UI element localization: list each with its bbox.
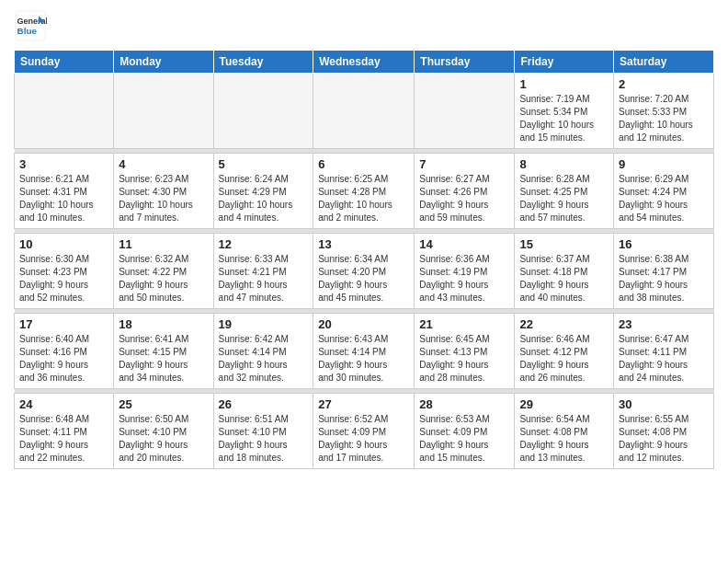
weekday-header-row: SundayMondayTuesdayWednesdayThursdayFrid… (15, 51, 714, 74)
weekday-header-thursday: Thursday (415, 51, 515, 74)
day-number: 20 (318, 317, 409, 331)
calendar-cell: 23Sunrise: 6:47 AM Sunset: 4:11 PM Dayli… (614, 314, 714, 389)
day-info: Sunrise: 6:33 AM Sunset: 4:21 PM Dayligh… (219, 253, 309, 304)
calendar-cell: 25Sunrise: 6:50 AM Sunset: 4:10 PM Dayli… (114, 394, 213, 469)
day-info: Sunrise: 6:27 AM Sunset: 4:26 PM Dayligh… (419, 173, 509, 224)
day-number: 23 (619, 317, 709, 331)
calendar-cell: 21Sunrise: 6:45 AM Sunset: 4:13 PM Dayli… (415, 314, 515, 389)
calendar-cell: 1Sunrise: 7:19 AM Sunset: 5:34 PM Daylig… (515, 74, 614, 149)
logo: General Blue (14, 9, 51, 42)
day-info: Sunrise: 6:50 AM Sunset: 4:10 PM Dayligh… (119, 413, 208, 465)
day-info: Sunrise: 7:19 AM Sunset: 5:34 PM Dayligh… (519, 93, 609, 144)
day-number: 27 (318, 397, 409, 411)
logo-icon: General Blue (14, 9, 47, 42)
calendar-cell: 29Sunrise: 6:54 AM Sunset: 4:08 PM Dayli… (515, 394, 614, 469)
calendar-cell: 11Sunrise: 6:32 AM Sunset: 4:22 PM Dayli… (114, 234, 213, 309)
day-info: Sunrise: 6:30 AM Sunset: 4:23 PM Dayligh… (19, 253, 108, 304)
day-number: 25 (119, 397, 208, 411)
day-number: 11 (119, 237, 208, 251)
calendar-cell: 10Sunrise: 6:30 AM Sunset: 4:23 PM Dayli… (15, 234, 114, 309)
day-number: 6 (318, 157, 409, 171)
day-number: 13 (318, 237, 409, 251)
calendar-week-4: 24Sunrise: 6:48 AM Sunset: 4:11 PM Dayli… (15, 394, 714, 469)
day-number: 21 (419, 317, 509, 331)
calendar-cell (415, 74, 515, 149)
day-number: 8 (519, 157, 609, 171)
day-number: 4 (119, 157, 208, 171)
day-number: 15 (519, 237, 609, 251)
calendar-cell: 20Sunrise: 6:43 AM Sunset: 4:14 PM Dayli… (313, 314, 415, 389)
day-number: 19 (219, 317, 309, 331)
day-info: Sunrise: 6:55 AM Sunset: 4:08 PM Dayligh… (619, 413, 709, 465)
day-info: Sunrise: 6:53 AM Sunset: 4:09 PM Dayligh… (419, 413, 509, 465)
calendar-cell: 8Sunrise: 6:28 AM Sunset: 4:25 PM Daylig… (515, 154, 614, 229)
day-number: 30 (619, 397, 709, 411)
weekday-header-sunday: Sunday (15, 51, 114, 74)
calendar-cell: 7Sunrise: 6:27 AM Sunset: 4:26 PM Daylig… (415, 154, 515, 229)
calendar-cell: 28Sunrise: 6:53 AM Sunset: 4:09 PM Dayli… (415, 394, 515, 469)
day-number: 28 (419, 397, 509, 411)
calendar-cell (15, 74, 114, 149)
calendar-cell: 12Sunrise: 6:33 AM Sunset: 4:21 PM Dayli… (213, 234, 313, 309)
weekday-header-saturday: Saturday (614, 51, 714, 74)
calendar-cell (313, 74, 415, 149)
day-info: Sunrise: 6:37 AM Sunset: 4:18 PM Dayligh… (519, 253, 609, 304)
day-info: Sunrise: 6:47 AM Sunset: 4:11 PM Dayligh… (619, 333, 709, 385)
calendar-week-3: 17Sunrise: 6:40 AM Sunset: 4:16 PM Dayli… (15, 314, 714, 389)
calendar-cell: 6Sunrise: 6:25 AM Sunset: 4:28 PM Daylig… (313, 154, 415, 229)
calendar-cell: 18Sunrise: 6:41 AM Sunset: 4:15 PM Dayli… (114, 314, 213, 389)
day-number: 3 (19, 157, 108, 171)
day-number: 26 (219, 397, 309, 411)
day-number: 14 (419, 237, 509, 251)
weekday-header-friday: Friday (515, 51, 614, 74)
calendar-week-2: 10Sunrise: 6:30 AM Sunset: 4:23 PM Dayli… (15, 234, 714, 309)
day-number: 29 (519, 397, 609, 411)
day-number: 18 (119, 317, 208, 331)
calendar-cell (213, 74, 313, 149)
header: General Blue (14, 9, 714, 42)
day-number: 10 (19, 237, 108, 251)
calendar-cell: 5Sunrise: 6:24 AM Sunset: 4:29 PM Daylig… (213, 154, 313, 229)
day-number: 5 (219, 157, 309, 171)
day-info: Sunrise: 6:23 AM Sunset: 4:30 PM Dayligh… (119, 173, 208, 224)
day-number: 1 (519, 77, 609, 91)
day-info: Sunrise: 6:48 AM Sunset: 4:11 PM Dayligh… (19, 413, 108, 465)
day-info: Sunrise: 6:41 AM Sunset: 4:15 PM Dayligh… (119, 333, 208, 385)
day-info: Sunrise: 6:25 AM Sunset: 4:28 PM Dayligh… (318, 173, 409, 224)
calendar-week-0: 1Sunrise: 7:19 AM Sunset: 5:34 PM Daylig… (15, 74, 714, 149)
calendar-week-1: 3Sunrise: 6:21 AM Sunset: 4:31 PM Daylig… (15, 154, 714, 229)
calendar-cell: 13Sunrise: 6:34 AM Sunset: 4:20 PM Dayli… (313, 234, 415, 309)
calendar-cell: 30Sunrise: 6:55 AM Sunset: 4:08 PM Dayli… (614, 394, 714, 469)
calendar-cell: 16Sunrise: 6:38 AM Sunset: 4:17 PM Dayli… (614, 234, 714, 309)
day-info: Sunrise: 6:28 AM Sunset: 4:25 PM Dayligh… (519, 173, 609, 224)
day-info: Sunrise: 6:46 AM Sunset: 4:12 PM Dayligh… (519, 333, 609, 385)
day-number: 17 (19, 317, 108, 331)
day-number: 2 (619, 77, 709, 91)
calendar-cell: 27Sunrise: 6:52 AM Sunset: 4:09 PM Dayli… (313, 394, 415, 469)
day-number: 22 (519, 317, 609, 331)
calendar-cell: 14Sunrise: 6:36 AM Sunset: 4:19 PM Dayli… (415, 234, 515, 309)
svg-text:Blue: Blue (17, 26, 38, 36)
day-number: 9 (619, 157, 709, 171)
calendar-cell: 9Sunrise: 6:29 AM Sunset: 4:24 PM Daylig… (614, 154, 714, 229)
day-info: Sunrise: 6:43 AM Sunset: 4:14 PM Dayligh… (318, 333, 409, 385)
day-info: Sunrise: 6:42 AM Sunset: 4:14 PM Dayligh… (219, 333, 309, 385)
calendar-table: SundayMondayTuesdayWednesdayThursdayFrid… (14, 50, 714, 469)
day-info: Sunrise: 6:34 AM Sunset: 4:20 PM Dayligh… (318, 253, 409, 304)
calendar-cell: 22Sunrise: 6:46 AM Sunset: 4:12 PM Dayli… (515, 314, 614, 389)
calendar-cell: 2Sunrise: 7:20 AM Sunset: 5:33 PM Daylig… (614, 74, 714, 149)
day-number: 12 (219, 237, 309, 251)
day-info: Sunrise: 6:38 AM Sunset: 4:17 PM Dayligh… (619, 253, 709, 304)
weekday-header-monday: Monday (114, 51, 213, 74)
day-info: Sunrise: 6:52 AM Sunset: 4:09 PM Dayligh… (318, 413, 409, 465)
weekday-header-wednesday: Wednesday (313, 51, 415, 74)
main-container: General Blue SundayMondayTuesdayWednesda… (0, 0, 728, 483)
calendar-cell (114, 74, 213, 149)
day-info: Sunrise: 6:24 AM Sunset: 4:29 PM Dayligh… (219, 173, 309, 224)
day-info: Sunrise: 6:54 AM Sunset: 4:08 PM Dayligh… (519, 413, 609, 465)
day-info: Sunrise: 6:21 AM Sunset: 4:31 PM Dayligh… (19, 173, 108, 224)
day-info: Sunrise: 6:51 AM Sunset: 4:10 PM Dayligh… (219, 413, 309, 465)
calendar-cell: 19Sunrise: 6:42 AM Sunset: 4:14 PM Dayli… (213, 314, 313, 389)
day-info: Sunrise: 6:45 AM Sunset: 4:13 PM Dayligh… (419, 333, 509, 385)
day-info: Sunrise: 6:40 AM Sunset: 4:16 PM Dayligh… (19, 333, 108, 385)
